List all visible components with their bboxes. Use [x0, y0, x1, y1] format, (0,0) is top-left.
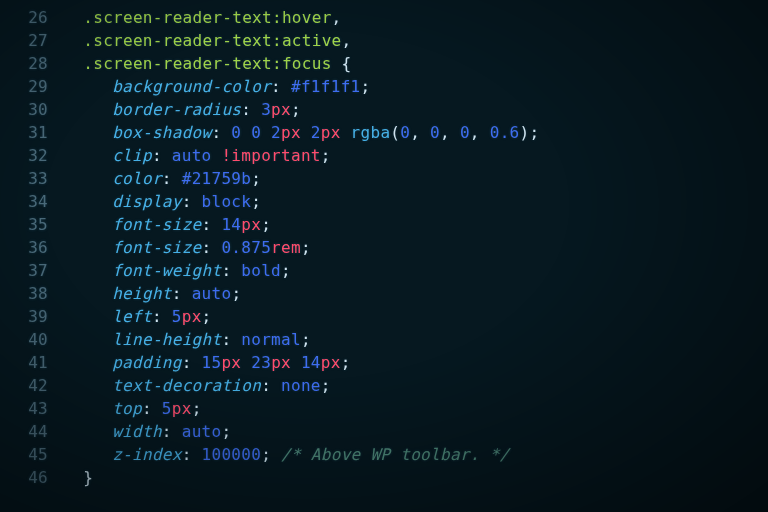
value-keyword: auto	[182, 422, 222, 441]
code-line[interactable]: 38height: auto;	[0, 282, 768, 305]
colon: :	[221, 330, 231, 349]
selector-class: .screen-reader-text	[83, 54, 272, 73]
code-line[interactable]: 28.screen-reader-text:focus {	[0, 52, 768, 75]
colon: :	[211, 123, 221, 142]
code-line[interactable]: 34display: block;	[0, 190, 768, 213]
line-number: 33	[0, 167, 64, 190]
code-line[interactable]: 30border-radius: 3px;	[0, 98, 768, 121]
code-line[interactable]: 42text-decoration: none;	[0, 374, 768, 397]
code-line[interactable]: 46}	[0, 466, 768, 489]
colon: :	[202, 215, 212, 234]
line-number: 26	[0, 6, 64, 29]
property-name: color	[112, 169, 162, 188]
value-unit: px	[321, 123, 341, 142]
code-content: font-size: 0.875rem;	[64, 236, 768, 259]
line-number: 41	[0, 351, 64, 374]
value-function: rgba	[351, 123, 391, 142]
selector-trail: ,	[342, 31, 352, 50]
code-line[interactable]: 44width: auto;	[0, 420, 768, 443]
colon: :	[241, 100, 251, 119]
value-number: 0	[430, 123, 440, 142]
line-number: 42	[0, 374, 64, 397]
code-content: font-weight: bold;	[64, 259, 768, 282]
value-unit: px	[271, 100, 291, 119]
code-line[interactable]: 31box-shadow: 0 0 2px 2px rgba(0, 0, 0, …	[0, 121, 768, 144]
colon: :	[221, 261, 231, 280]
colon: :	[202, 238, 212, 257]
code-line[interactable]: 37font-weight: bold;	[0, 259, 768, 282]
code-content: top: 5px;	[64, 397, 768, 420]
code-line[interactable]: 26.screen-reader-text:hover,	[0, 6, 768, 29]
line-number: 35	[0, 213, 64, 236]
value-unit: px	[221, 353, 241, 372]
line-number: 43	[0, 397, 64, 420]
value-keyword: none	[281, 376, 321, 395]
colon: :	[261, 376, 271, 395]
code-line[interactable]: 40line-height: normal;	[0, 328, 768, 351]
value-number: 2	[311, 123, 321, 142]
semicolon: ;	[301, 238, 311, 257]
code-content: }	[64, 466, 768, 489]
property-name: font-size	[112, 215, 201, 234]
value-keyword: auto	[172, 146, 212, 165]
line-number: 31	[0, 121, 64, 144]
code-line[interactable]: 29background-color: #f1f1f1;	[0, 75, 768, 98]
semicolon: ;	[361, 77, 371, 96]
code-content: clip: auto !important;	[64, 144, 768, 167]
code-line[interactable]: 33color: #21759b;	[0, 167, 768, 190]
semicolon: ;	[529, 123, 539, 142]
code-content: display: block;	[64, 190, 768, 213]
value-comma: ,	[410, 123, 430, 142]
semicolon: ;	[281, 261, 291, 280]
code-line[interactable]: 35font-size: 14px;	[0, 213, 768, 236]
value-number: 2	[271, 123, 281, 142]
code-line[interactable]: 45z-index: 100000; /* Above WP toolbar. …	[0, 443, 768, 466]
value-comma: ,	[470, 123, 490, 142]
code-content: .screen-reader-text:active,	[64, 29, 768, 52]
property-name: height	[112, 284, 172, 303]
code-line[interactable]: 32clip: auto !important;	[0, 144, 768, 167]
code-content: color: #21759b;	[64, 167, 768, 190]
selector-pseudo: :hover	[272, 8, 332, 27]
semicolon: ;	[341, 353, 351, 372]
property-name: border-radius	[112, 100, 241, 119]
property-name: font-size	[112, 238, 201, 257]
code-line[interactable]: 41padding: 15px 23px 14px;	[0, 351, 768, 374]
value-number: 3	[261, 100, 271, 119]
code-line[interactable]: 43top: 5px;	[0, 397, 768, 420]
code-line[interactable]: 36font-size: 0.875rem;	[0, 236, 768, 259]
property-name: top	[112, 399, 142, 418]
value-unit: px	[321, 353, 341, 372]
value-number: 0.6	[490, 123, 520, 142]
property-name: left	[112, 307, 152, 326]
value-paren: (	[390, 123, 400, 142]
value-unit: px	[281, 123, 301, 142]
semicolon: ;	[231, 284, 241, 303]
selector-class: .screen-reader-text	[83, 8, 272, 27]
property-name: clip	[112, 146, 152, 165]
property-name: width	[112, 422, 162, 441]
semicolon: ;	[321, 146, 331, 165]
code-comment: /* Above WP toolbar. */	[281, 445, 509, 464]
code-content: border-radius: 3px;	[64, 98, 768, 121]
property-name: line-height	[112, 330, 221, 349]
semicolon: ;	[321, 376, 331, 395]
value-unit: px	[241, 215, 261, 234]
line-number: 44	[0, 420, 64, 443]
code-editor[interactable]: 26.screen-reader-text:hover,27.screen-re…	[0, 6, 768, 489]
line-number: 46	[0, 466, 64, 489]
value-unit: px	[172, 399, 192, 418]
code-line[interactable]: 27.screen-reader-text:active,	[0, 29, 768, 52]
colon: :	[142, 399, 152, 418]
code-content: font-size: 14px;	[64, 213, 768, 236]
semicolon: ;	[192, 399, 202, 418]
code-line[interactable]: 39left: 5px;	[0, 305, 768, 328]
line-number: 38	[0, 282, 64, 305]
code-content: text-decoration: none;	[64, 374, 768, 397]
code-content: height: auto;	[64, 282, 768, 305]
code-content: padding: 15px 23px 14px;	[64, 351, 768, 374]
code-content: left: 5px;	[64, 305, 768, 328]
value-number: 5	[172, 307, 182, 326]
value-comma: ,	[440, 123, 460, 142]
value-hex: #f1f1f1	[291, 77, 361, 96]
